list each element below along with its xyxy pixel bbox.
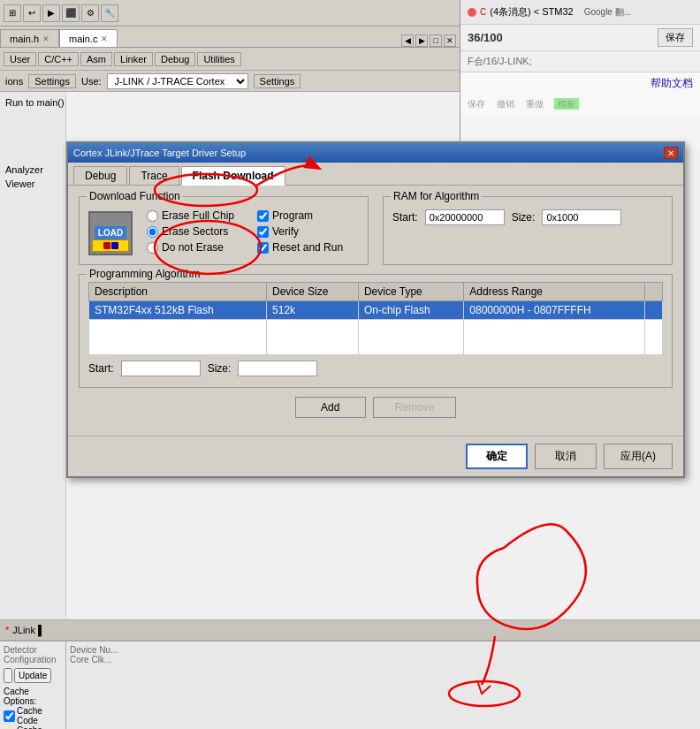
save-icon[interactable]: 保存 bbox=[468, 99, 485, 109]
footer-size-input[interactable] bbox=[238, 361, 317, 376]
do-not-erase-radio[interactable]: Do not Erase bbox=[147, 241, 234, 254]
menu-linker-btn[interactable]: Linker bbox=[114, 52, 153, 66]
dialog-title: Cortex JLink/JTrace Target Driver Setup bbox=[73, 148, 246, 158]
dialog-tab-trace-label: Trace bbox=[141, 170, 167, 182]
add-button[interactable]: Add bbox=[295, 397, 366, 418]
dialog-tab-flash[interactable]: Flash Download bbox=[181, 166, 285, 186]
program-label: Program bbox=[272, 209, 313, 222]
verify-check[interactable]: Verify bbox=[257, 225, 343, 238]
main-dialog: Cortex JLink/JTrace Target Driver Setup … bbox=[66, 141, 685, 478]
cache-memory-item: Cache Memory bbox=[4, 725, 62, 729]
ok-button[interactable]: 确定 bbox=[466, 444, 528, 469]
tab-expand-icon[interactable]: □ bbox=[430, 34, 442, 47]
empty-cell-5 bbox=[645, 320, 663, 355]
menu-cpp-btn[interactable]: C/C++ bbox=[38, 52, 79, 66]
toolbar-icon-1[interactable]: ⊞ bbox=[4, 4, 21, 22]
tab-close-icon[interactable]: ✕ bbox=[42, 34, 49, 43]
do-not-erase-input[interactable] bbox=[147, 242, 158, 254]
dialog-tab-flash-label: Flash Download bbox=[193, 170, 274, 182]
dialog-tab-trace[interactable]: Trace bbox=[129, 166, 179, 185]
reset-run-checkbox[interactable] bbox=[257, 242, 269, 254]
settings-row: ions Settings Use: J-LINK / J-TRACE Cort… bbox=[0, 71, 460, 92]
template-icon[interactable]: 模板 bbox=[554, 98, 579, 110]
jlink-star: * bbox=[5, 625, 9, 635]
prog-algo-label: Programming Algorithm bbox=[87, 268, 202, 280]
menu-user-btn[interactable]: User bbox=[4, 52, 36, 66]
toolbar-icon-3[interactable]: ▶ bbox=[42, 4, 60, 22]
program-check[interactable]: Program bbox=[257, 209, 343, 222]
bottom-btn1[interactable] bbox=[4, 668, 12, 683]
cache-code-checkbox[interactable] bbox=[4, 710, 15, 722]
undo-icon[interactable]: 撤销 bbox=[497, 99, 514, 109]
remove-button[interactable]: Remove bbox=[373, 397, 457, 418]
tab-main-h[interactable]: main.h ✕ bbox=[0, 29, 59, 47]
run-to-main-item[interactable]: Run to main() bbox=[0, 95, 65, 110]
redo-icon[interactable]: 重做 bbox=[526, 99, 544, 109]
tab-scroll-right-icon[interactable]: ▶ bbox=[415, 34, 428, 47]
radio-options: Erase Full Chip Erase Sectors Do not Era… bbox=[147, 209, 234, 254]
ram-algorithm-group: RAM for Algorithm Start: Size: bbox=[383, 196, 673, 265]
settings-button2[interactable]: Settings bbox=[254, 74, 301, 88]
empty-cell-1 bbox=[89, 320, 267, 355]
table-footer: Start: Size: bbox=[88, 355, 663, 378]
analyzer-item[interactable]: Analyzer bbox=[0, 163, 65, 177]
toolbar-icon-6[interactable]: 🔧 bbox=[101, 4, 118, 22]
cell-device-size: 512k bbox=[267, 301, 359, 320]
core-clk-label: Core Clk... bbox=[70, 655, 696, 664]
dialog-tab-debug[interactable]: Debug bbox=[73, 166, 127, 185]
table-row[interactable]: STM32F4xx 512kB Flash 512k On-chip Flash… bbox=[89, 301, 663, 320]
reset-run-label: Reset and Run bbox=[272, 241, 343, 254]
verify-checkbox[interactable] bbox=[257, 226, 269, 238]
footer-start-input[interactable] bbox=[121, 361, 201, 376]
ram-fields: Start: Size: bbox=[392, 204, 663, 225]
erase-full-chip-radio[interactable]: Erase Full Chip bbox=[147, 209, 234, 222]
footer-size-label: Size: bbox=[208, 362, 232, 375]
ram-start-input[interactable] bbox=[425, 209, 505, 225]
detector-label: Detector bbox=[4, 645, 62, 655]
do-not-erase-label: Do not Erase bbox=[162, 241, 224, 254]
cell-address-range: 08000000H - 0807FFFFH bbox=[464, 301, 645, 320]
ram-size-label: Size: bbox=[512, 211, 536, 224]
reset-run-check[interactable]: Reset and Run bbox=[257, 241, 343, 254]
help-text[interactable]: 帮助文档 bbox=[651, 76, 693, 91]
right-toolbar: F会/16/J-LINK; bbox=[460, 51, 700, 72]
tab-main-c-label: main.c bbox=[69, 34, 97, 44]
save-button-right[interactable]: 保存 bbox=[658, 28, 693, 47]
menu-tabs-row: User C/C++ Asm Linker Debug Utilities bbox=[0, 48, 460, 71]
tab-close-all-icon[interactable]: ✕ bbox=[444, 34, 456, 47]
viewer-item[interactable]: Viewer bbox=[0, 177, 65, 191]
tab-scroll-left-icon[interactable]: ◀ bbox=[401, 34, 414, 47]
erase-sectors-radio[interactable]: Erase Sectors bbox=[147, 225, 234, 238]
tab-main-c-close-icon[interactable]: ✕ bbox=[101, 34, 108, 43]
col-extra bbox=[645, 283, 663, 301]
cancel-button[interactable]: 取消 bbox=[535, 444, 597, 469]
erase-full-chip-input[interactable] bbox=[147, 210, 158, 222]
apply-button[interactable]: 应用(A) bbox=[604, 444, 673, 469]
dialog-tab-bar: Debug Trace Flash Download bbox=[68, 163, 683, 186]
menu-debug-btn[interactable]: Debug bbox=[155, 52, 195, 66]
empty-row bbox=[89, 320, 663, 355]
update-btn[interactable]: Update bbox=[14, 668, 51, 683]
top-two-col: Download Function LOAD bbox=[79, 196, 673, 274]
toolbar-icon-5[interactable]: ⚙ bbox=[81, 4, 99, 22]
device-num-label: Device Nu... bbox=[70, 645, 696, 655]
toolbar-icon-4[interactable]: ⬛ bbox=[62, 4, 80, 22]
program-checkbox[interactable] bbox=[257, 210, 269, 222]
dialog-close-button[interactable]: ✕ bbox=[664, 147, 678, 159]
check-options: Program Verify Reset and Run bbox=[257, 209, 343, 254]
col-device-size: Device Size bbox=[267, 283, 359, 301]
ram-size-input[interactable] bbox=[542, 209, 621, 225]
spacer1 bbox=[0, 110, 65, 163]
empty-cell-3 bbox=[358, 320, 463, 355]
jlink-dropdown[interactable]: J-LINK / J-TRACE Cortex bbox=[107, 73, 248, 89]
erase-sectors-input[interactable] bbox=[147, 226, 158, 238]
menu-utilities-btn[interactable]: Utilities bbox=[197, 52, 240, 66]
dialog-title-bar: Cortex JLink/JTrace Target Driver Setup … bbox=[68, 143, 683, 163]
verify-label: Verify bbox=[272, 225, 299, 238]
browser-panel: C (4条消息) < STM32 Google 翻... 36/100 保存 F… bbox=[460, 0, 700, 150]
jlink-text: JLink ▌ bbox=[12, 625, 45, 635]
toolbar-icon-2[interactable]: ↩ bbox=[23, 4, 41, 22]
settings-button[interactable]: Settings bbox=[28, 74, 76, 88]
menu-asm-btn[interactable]: Asm bbox=[80, 52, 112, 66]
tab-main-c[interactable]: main.c ✕ bbox=[59, 29, 118, 47]
